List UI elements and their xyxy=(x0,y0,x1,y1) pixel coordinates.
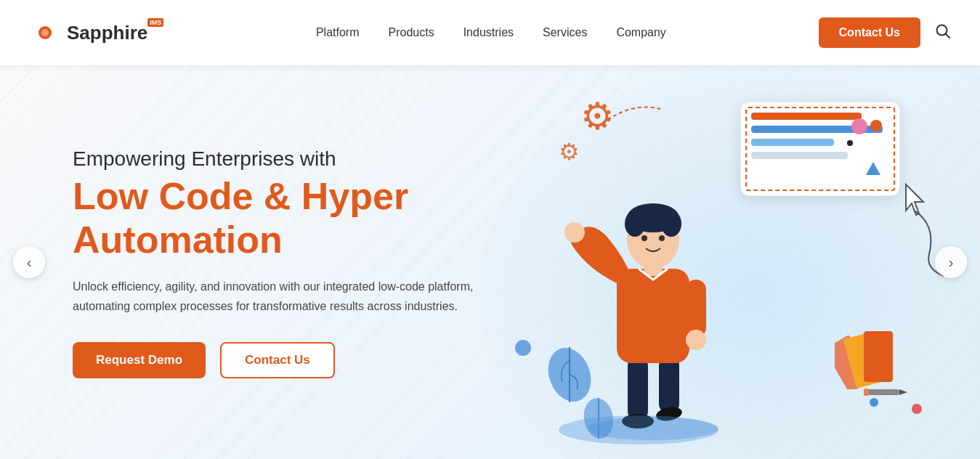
nav-links: Platform Products Industries Services Co… xyxy=(316,26,666,39)
search-button[interactable] xyxy=(935,23,951,43)
hero-subtitle: Empowering Enterprises with xyxy=(73,146,479,172)
svg-rect-7 xyxy=(864,331,893,382)
svg-rect-8 xyxy=(867,389,899,395)
nav-right: Contact Us xyxy=(819,17,951,48)
svg-point-21 xyxy=(564,222,585,243)
request-demo-button[interactable]: Request Demo xyxy=(73,342,206,378)
contact-us-button[interactable]: Contact Us xyxy=(819,17,920,48)
svg-point-27 xyxy=(625,211,645,237)
svg-rect-16 xyxy=(628,356,648,421)
logo-icon xyxy=(29,17,61,49)
svg-line-4 xyxy=(946,33,950,38)
nav-products[interactable]: Products xyxy=(389,26,434,39)
svg-point-2 xyxy=(41,29,49,36)
nav-platform[interactable]: Platform xyxy=(316,26,360,39)
hero-contact-button[interactable]: Contact Us xyxy=(220,342,335,378)
search-icon xyxy=(935,23,951,39)
navbar: SapphireIMS Platform Products Industries… xyxy=(0,0,980,65)
svg-point-23 xyxy=(686,330,706,350)
dot-blue-small xyxy=(870,398,878,407)
carousel-prev-button[interactable]: ‹ xyxy=(13,246,45,278)
nav-company[interactable]: Company xyxy=(616,26,665,39)
svg-rect-20 xyxy=(617,269,689,363)
svg-rect-10 xyxy=(864,389,869,396)
logo[interactable]: SapphireIMS xyxy=(29,17,163,49)
svg-point-28 xyxy=(661,211,681,237)
card-triangle xyxy=(866,162,880,175)
carousel-next-button[interactable]: › xyxy=(935,246,967,278)
logo-name: SapphireIMS xyxy=(67,22,163,44)
dot-blue-large xyxy=(515,340,531,356)
nav-services[interactable]: Services xyxy=(543,26,587,39)
hero-section: ‹ Empowering Enterprises with Low Code &… xyxy=(0,65,980,459)
svg-rect-22 xyxy=(686,280,706,338)
svg-rect-17 xyxy=(659,356,679,414)
svg-point-29 xyxy=(641,235,647,241)
ui-card xyxy=(740,102,900,196)
svg-point-30 xyxy=(659,235,665,241)
color-swatches xyxy=(835,324,915,392)
person-illustration xyxy=(551,138,755,443)
card-dot-pink xyxy=(851,118,867,134)
hero-description: Unlock efficiency, agility, and innovati… xyxy=(73,277,479,316)
hero-content: Empowering Enterprises with Low Code & H… xyxy=(0,146,479,378)
hero-buttons: Request Demo Contact Us xyxy=(73,342,479,378)
dashed-selection xyxy=(745,107,895,191)
hero-illustration: ⚙ ⚙ xyxy=(486,80,936,450)
svg-marker-9 xyxy=(899,389,907,395)
dot-pink xyxy=(912,404,922,414)
nav-industries[interactable]: Industries xyxy=(463,26,514,39)
hero-title: Low Code & Hyper Automation xyxy=(73,175,479,262)
card-cursor-dot xyxy=(847,140,853,146)
mouse-cursor xyxy=(903,182,929,222)
ground-circle xyxy=(559,415,718,444)
card-dot-orange xyxy=(870,120,882,131)
